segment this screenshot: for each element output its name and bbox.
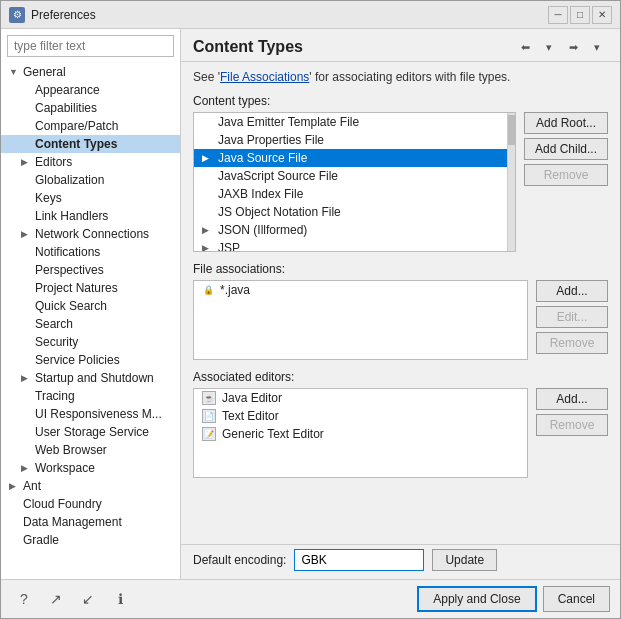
tree-label-project-natures: Project Natures [35,281,176,295]
back-button[interactable]: ⬅ [514,37,536,57]
bottom-right-buttons: Apply and Close Cancel [417,586,610,612]
tree-item-web-browser[interactable]: Web Browser [1,441,180,459]
ct-arrow-java-source: ▶ [202,153,212,163]
tree-arrow-general: ▼ [9,67,21,77]
ed-item-text-editor[interactable]: 📄Text Editor [194,407,527,425]
tree-item-data-management[interactable]: Data Management [1,513,180,531]
text-editor-icon: 📄 [202,409,216,423]
tree-item-keys[interactable]: Keys [1,189,180,207]
tree-label-web-browser: Web Browser [35,443,176,457]
encoding-input[interactable] [294,549,424,571]
cancel-button[interactable]: Cancel [543,586,610,612]
help-button[interactable]: ? [11,586,37,612]
tree-item-gradle[interactable]: Gradle [1,531,180,549]
editors-section: Associated editors: ☕Java Editor📄Text Ed… [193,370,608,478]
ed-item-java-editor[interactable]: ☕Java Editor [194,389,527,407]
tree-label-notifications: Notifications [35,245,176,259]
ct-item-javascript-source[interactable]: JavaScript Source File [194,167,507,185]
content-types-listbox[interactable]: Java Emitter Template FileJava Propertie… [193,112,516,252]
edit-fa-button[interactable]: Edit... [536,306,608,328]
tree-label-compare-patch: Compare/Patch [35,119,176,133]
editors-label: Associated editors: [193,370,528,384]
add-ed-button[interactable]: Add... [536,388,608,410]
tree-label-user-storage: User Storage Service [35,425,176,439]
ct-item-json-illformed[interactable]: ▶JSON (Illformed) [194,221,507,239]
tree-item-network-connections[interactable]: ▶Network Connections [1,225,180,243]
tree-label-workspace: Workspace [35,461,176,475]
tree-label-search: Search [35,317,176,331]
tree-item-general[interactable]: ▼General [1,63,180,81]
maximize-button[interactable]: □ [570,6,590,24]
tree-item-globalization[interactable]: Globalization [1,171,180,189]
ct-item-java-source[interactable]: ▶Java Source File [194,149,507,167]
tree-label-startup-shutdown: Startup and Shutdown [35,371,176,385]
add-root-button[interactable]: Add Root... [524,112,608,134]
file-assoc-buttons: Add...Edit...Remove [536,262,608,354]
encoding-row: Default encoding: Update [181,544,620,579]
export-button[interactable]: ↗ [43,586,69,612]
tree-item-user-storage[interactable]: User Storage Service [1,423,180,441]
ed-label-generic-text: Generic Text Editor [222,427,324,441]
remove-fa-button[interactable]: Remove [536,332,608,354]
tree-label-data-management: Data Management [23,515,176,529]
ct-label-jsp: JSP [218,241,240,252]
generic-editor-icon: 📝 [202,427,216,441]
ct-item-java-emitter[interactable]: Java Emitter Template File [194,113,507,131]
tree-item-service-policies[interactable]: Service Policies [1,351,180,369]
forward-button[interactable]: ➡ [562,37,584,57]
nav-menu-button[interactable]: ▾ [586,37,608,57]
tree-item-compare-patch[interactable]: Compare/Patch [1,117,180,135]
tree: ▼GeneralAppearanceCapabilitiesCompare/Pa… [1,63,180,579]
editors-listbox[interactable]: ☕Java Editor📄Text Editor📝Generic Text Ed… [193,388,528,478]
ct-item-java-properties[interactable]: Java Properties File [194,131,507,149]
ct-item-jaxb-index[interactable]: JAXB Index File [194,185,507,203]
add-child-button[interactable]: Add Child... [524,138,608,160]
tree-arrow-ant: ▶ [9,481,21,491]
minimize-button[interactable]: ─ [548,6,568,24]
content-types-buttons: Add Root...Add Child...Remove [524,94,608,186]
tree-item-workspace[interactable]: ▶Workspace [1,459,180,477]
right-panel: Content Types ⬅ ▾ ➡ ▾ See 'File Associat… [181,29,620,579]
tree-item-editors[interactable]: ▶Editors [1,153,180,171]
remove-ct-button[interactable]: Remove [524,164,608,186]
file-assoc-listbox[interactable]: 🔒*.java [193,280,528,360]
file-assoc-section: File associations: 🔒*.java Add...Edit...… [193,262,608,360]
ct-item-js-object[interactable]: JS Object Notation File [194,203,507,221]
tree-item-content-types[interactable]: Content Types [1,135,180,153]
ed-item-generic-text[interactable]: 📝Generic Text Editor [194,425,527,443]
nav-dropdown-button[interactable]: ▾ [538,37,560,57]
ct-label-java-emitter: Java Emitter Template File [218,115,359,129]
tree-label-security: Security [35,335,176,349]
tree-item-tracing[interactable]: Tracing [1,387,180,405]
sections-area: Content types: Java Emitter Template Fil… [193,94,608,478]
tree-item-notifications[interactable]: Notifications [1,243,180,261]
close-button[interactable]: ✕ [592,6,612,24]
info-button[interactable]: ℹ [107,586,133,612]
remove-ed-button[interactable]: Remove [536,414,608,436]
fa-item-java-files[interactable]: 🔒*.java [194,281,527,299]
tree-item-security[interactable]: Security [1,333,180,351]
encoding-label: Default encoding: [193,553,286,567]
tree-item-link-handlers[interactable]: Link Handlers [1,207,180,225]
tree-label-service-policies: Service Policies [35,353,176,367]
import-button[interactable]: ↙ [75,586,101,612]
add-fa-button[interactable]: Add... [536,280,608,302]
tree-item-quick-search[interactable]: Quick Search [1,297,180,315]
tree-item-ui-responsiveness[interactable]: UI Responsiveness M... [1,405,180,423]
tree-item-ant[interactable]: ▶Ant [1,477,180,495]
file-assoc-link[interactable]: File Associations [220,70,309,84]
ct-item-jsp[interactable]: ▶JSP [194,239,507,252]
update-button[interactable]: Update [432,549,497,571]
tree-item-search[interactable]: Search [1,315,180,333]
tree-item-capabilities[interactable]: Capabilities [1,99,180,117]
tree-item-project-natures[interactable]: Project Natures [1,279,180,297]
tree-item-cloud-foundry[interactable]: Cloud Foundry [1,495,180,513]
tree-label-capabilities: Capabilities [35,101,176,115]
filter-input[interactable] [7,35,174,57]
tree-item-perspectives[interactable]: Perspectives [1,261,180,279]
fa-label-java-files: *.java [220,283,250,297]
tree-item-appearance[interactable]: Appearance [1,81,180,99]
tree-item-startup-shutdown[interactable]: ▶Startup and Shutdown [1,369,180,387]
apply-close-button[interactable]: Apply and Close [417,586,536,612]
title-bar-left: ⚙ Preferences [9,7,96,23]
